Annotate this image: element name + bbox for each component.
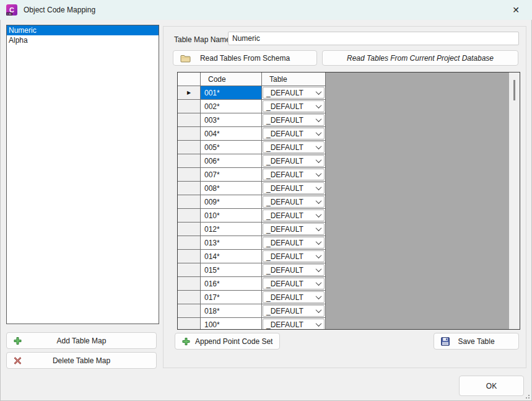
resize-grip[interactable] [528,397,530,399]
code-cell[interactable]: 001* [201,86,262,100]
row-selector-cell[interactable] [178,113,201,127]
chevron-down-icon[interactable] [313,142,324,152]
code-cell[interactable]: 100* [201,318,262,330]
table-map-list[interactable]: NumericAlpha [6,25,159,324]
row-selector-cell[interactable] [178,195,201,209]
table-combobox[interactable]: _DEFAULT [263,209,325,221]
table-cell: _DEFAULT [262,182,326,195]
table-cell: _DEFAULT [262,223,326,236]
chevron-down-icon[interactable] [313,101,324,112]
table-combobox[interactable]: _DEFAULT [263,169,325,180]
code-cell[interactable]: 013* [201,236,262,250]
chevron-down-icon[interactable] [313,128,324,139]
table-combobox-value: _DEFAULT [266,280,303,288]
row-selector-cell[interactable] [178,236,201,250]
chevron-down-icon[interactable] [313,237,324,248]
table-combobox[interactable]: _DEFAULT [263,87,325,99]
chevron-down-icon[interactable] [313,115,324,125]
grid-vertical-scrollbar[interactable] [509,73,520,329]
row-selector-cell[interactable] [178,141,201,154]
save-table-button[interactable]: Save Table [434,333,519,350]
table-combobox[interactable]: _DEFAULT [263,223,325,235]
table-cell: _DEFAULT [262,154,326,168]
table-combobox[interactable]: _DEFAULT [263,100,325,112]
code-cell[interactable]: 007* [201,168,262,182]
table-combobox[interactable]: _DEFAULT [263,319,325,330]
table-cell: _DEFAULT [262,195,326,209]
delete-table-map-button[interactable]: Delete Table Map [6,352,157,369]
table-combobox[interactable]: _DEFAULT [263,250,325,262]
table-combobox[interactable]: _DEFAULT [263,114,325,126]
chevron-down-icon[interactable] [313,278,324,289]
row-selector-cell[interactable] [178,250,201,263]
chevron-down-icon[interactable] [313,169,324,180]
table-row: 003*_DEFAULT [178,113,326,127]
row-selector-cell[interactable] [178,263,201,277]
code-cell[interactable]: 005* [201,141,262,154]
table-combobox[interactable]: _DEFAULT [263,305,325,317]
table-combobox[interactable]: _DEFAULT [263,128,325,139]
row-selector-cell[interactable] [178,100,201,113]
append-point-code-set-button[interactable]: Append Point Code Set [175,333,280,350]
chevron-down-icon[interactable] [313,319,324,330]
table-cell: _DEFAULT [262,236,326,250]
row-selector-cell[interactable]: ▶ [178,86,201,100]
table-combobox[interactable]: _DEFAULT [263,278,325,289]
chevron-down-icon[interactable] [313,265,324,275]
row-selector-cell[interactable] [178,168,201,182]
code-cell[interactable]: 018* [201,304,262,318]
chevron-down-icon[interactable] [313,156,324,166]
chevron-down-icon[interactable] [313,224,324,234]
code-cell[interactable]: 015* [201,263,262,277]
code-cell[interactable]: 010* [201,209,262,223]
add-table-map-button[interactable]: Add Table Map [6,332,157,349]
ok-button[interactable]: OK [459,376,524,396]
read-tables-from-database-button[interactable]: Read Tables From Current Project Databas… [322,50,518,66]
code-cell[interactable]: 008* [201,182,262,195]
read-tables-from-schema-button[interactable]: Read Tables From Schema [173,50,317,66]
table-combobox[interactable]: _DEFAULT [263,196,325,208]
table-combobox[interactable]: _DEFAULT [263,182,325,194]
list-item[interactable]: Alpha [7,35,159,45]
table-combobox[interactable]: _DEFAULT [263,291,325,303]
code-cell[interactable]: 006* [201,154,262,168]
chevron-down-icon[interactable] [313,292,324,302]
code-cell[interactable]: 014* [201,250,262,263]
chevron-down-icon[interactable] [313,251,324,262]
row-selector-cell[interactable] [178,223,201,236]
table-combobox[interactable]: _DEFAULT [263,141,325,153]
save-floppy-icon [441,337,450,346]
row-selector-header [178,73,201,86]
chevron-down-icon[interactable] [313,210,324,221]
code-cell[interactable]: 002* [201,100,262,113]
scrollbar-thumb[interactable] [513,80,515,100]
table-row: 007*_DEFAULT [178,168,326,182]
table-combobox[interactable]: _DEFAULT [263,155,325,167]
row-selector-cell[interactable] [178,291,201,304]
chevron-down-icon[interactable] [313,87,324,98]
chevron-down-icon[interactable] [313,183,324,193]
table-map-name-label: Table Map Name: [174,35,232,44]
code-cell[interactable]: 003* [201,113,262,127]
row-selector-cell[interactable] [178,318,201,330]
chevron-down-icon[interactable] [313,306,324,316]
table-map-name-input[interactable] [228,32,519,45]
row-selector-cell[interactable] [178,304,201,318]
table-combobox-value: _DEFAULT [266,157,303,165]
code-cell[interactable]: 009* [201,195,262,209]
append-point-code-set-label: Append Point Code Set [195,337,273,346]
row-selector-cell[interactable] [178,154,201,168]
table-combobox[interactable]: _DEFAULT [263,237,325,249]
list-item[interactable]: Numeric [7,25,159,35]
row-selector-cell[interactable] [178,209,201,223]
code-cell[interactable]: 016* [201,277,262,291]
code-cell[interactable]: 004* [201,127,262,141]
table-combobox[interactable]: _DEFAULT [263,264,325,276]
row-selector-cell[interactable] [178,182,201,195]
code-cell[interactable]: 017* [201,291,262,304]
row-selector-cell[interactable] [178,277,201,291]
chevron-down-icon[interactable] [313,196,324,207]
row-selector-cell[interactable] [178,127,201,141]
code-cell[interactable]: 012* [201,223,262,236]
close-icon[interactable]: ✕ [504,0,528,20]
